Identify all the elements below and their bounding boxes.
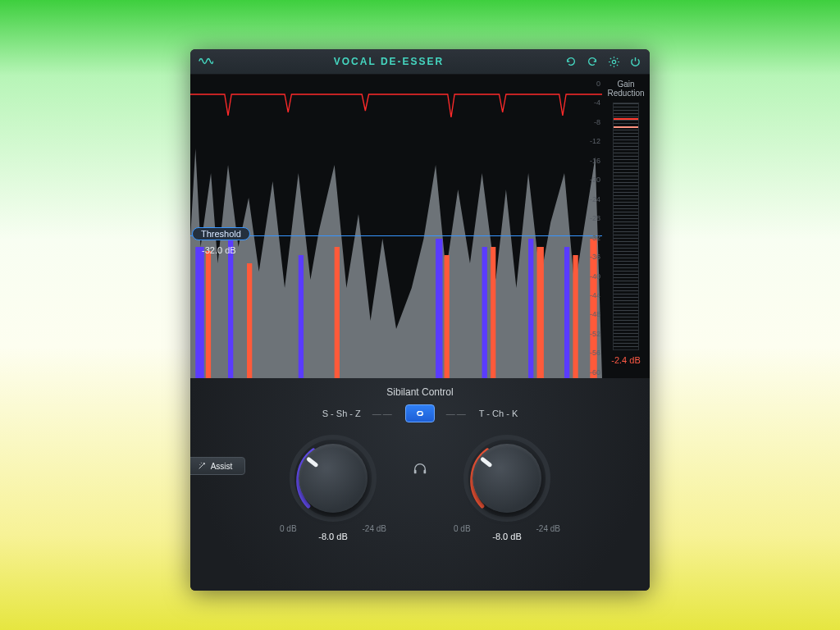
link-icon (413, 409, 427, 418)
svg-rect-18 (424, 470, 427, 474)
svg-rect-10 (335, 247, 340, 378)
svg-rect-14 (573, 255, 578, 378)
svg-rect-7 (564, 247, 569, 378)
svg-rect-9 (247, 263, 252, 378)
threshold-handle[interactable]: Threshold (192, 227, 250, 240)
svg-rect-11 (445, 255, 450, 378)
knob-left-value[interactable]: -8.0 dB (318, 532, 347, 541)
gr-current-indicator (614, 126, 638, 128)
link-button[interactable] (405, 404, 435, 422)
svg-point-0 (612, 60, 615, 63)
svg-rect-5 (482, 247, 487, 378)
knob-right-value[interactable]: -8.0 dB (492, 532, 521, 541)
controls-panel: Sibilant Control S - Sh - Z —— —— T - Ch… (190, 378, 650, 591)
power-icon[interactable] (628, 55, 641, 68)
svg-rect-8 (206, 251, 211, 378)
waveform-area[interactable]: Threshold -32.0 dB 0 -4 -8 -12 -16 -20 -… (190, 75, 602, 378)
dash-right: —— (446, 409, 468, 418)
knob-left-column: 0 dB -24 dB -8.0 dB (280, 434, 386, 541)
undo-icon[interactable] (564, 55, 578, 68)
knob-min: 0 dB (454, 524, 471, 533)
gain-reduction-label-1: Gain (602, 80, 650, 89)
svg-rect-17 (414, 470, 417, 474)
plugin-title: VOCAL DE-ESSER (213, 56, 564, 67)
headphone-icon (413, 462, 427, 475)
gr-peak-indicator (614, 118, 638, 120)
gain-reduction-label-2: Reduction (602, 89, 650, 98)
svg-rect-6 (528, 239, 533, 378)
gain-reduction-panel: Gain Reduction -2.4 dB (602, 75, 650, 378)
header-bar: VOCAL DE-ESSER (190, 49, 650, 75)
dash-left: —— (372, 409, 394, 418)
assist-label: Assist (211, 462, 233, 471)
svg-rect-1 (195, 247, 203, 378)
svg-rect-15 (590, 239, 596, 378)
svg-rect-4 (436, 239, 442, 378)
gain-reduction-value: -2.4 dB (602, 355, 650, 365)
waveform-svg (190, 75, 602, 378)
gain-reduction-meter (613, 103, 639, 350)
threshold-value: -32.0 dB (202, 245, 236, 255)
wand-icon (198, 462, 206, 470)
knob-right-column: 0 dB -24 dB -8.0 dB (454, 434, 560, 541)
knob-max: -24 dB (363, 524, 386, 533)
knob-min: 0 dB (280, 524, 297, 533)
assist-button[interactable]: Assist (190, 457, 245, 475)
svg-rect-13 (537, 247, 544, 378)
threshold-line[interactable] (190, 235, 602, 236)
plugin-window: VOCAL DE-ESSER (190, 49, 650, 591)
group-left-label: S - Sh - Z (322, 409, 361, 418)
svg-rect-2 (228, 239, 233, 378)
waveform-display: Threshold -32.0 dB 0 -4 -8 -12 -16 -20 -… (190, 75, 650, 378)
svg-rect-3 (299, 255, 304, 378)
sibilant-groups-row: S - Sh - Z —— —— T - Ch - K (322, 404, 518, 422)
brand-logo-icon (199, 54, 213, 69)
svg-rect-12 (491, 247, 495, 378)
knob-max: -24 dB (536, 524, 560, 533)
gear-icon[interactable] (607, 55, 620, 68)
knob-left[interactable] (289, 434, 377, 523)
group-right-label: T - Ch - K (479, 409, 518, 418)
solo-headphone-button[interactable] (408, 459, 432, 478)
knob-right[interactable] (463, 434, 551, 523)
section-label: Sibilant Control (386, 386, 453, 398)
redo-icon[interactable] (586, 55, 599, 68)
